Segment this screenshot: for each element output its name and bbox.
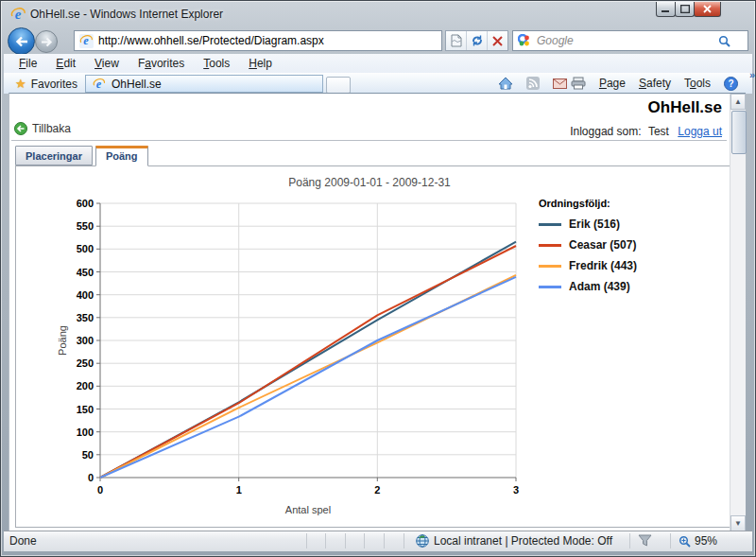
svg-text:150: 150 (77, 404, 94, 415)
home-button[interactable] (498, 77, 523, 90)
legend-entry: Erik (516) (539, 218, 637, 231)
tools-menu-button[interactable]: Tools (684, 77, 720, 90)
tab-title: OhHell.se (112, 78, 162, 91)
page-viewport: OhHell.se Tillbaka Inloggad som: Test Lo… (9, 93, 746, 531)
url-text[interactable]: http://www.ohhell.se/Protected/Diagram.a… (98, 34, 431, 47)
legend-entry: Ceasar (507) (539, 238, 637, 252)
svg-text:300: 300 (77, 335, 94, 346)
address-bar[interactable]: e http://www.ohhell.se/Protected/Diagram… (74, 30, 442, 51)
search-box[interactable]: Google (512, 30, 748, 51)
svg-text:200: 200 (77, 380, 94, 392)
legend-swatch (539, 265, 561, 268)
logout-link[interactable]: Logga ut (678, 125, 722, 138)
stop-button[interactable] (488, 31, 507, 50)
svg-text:0: 0 (97, 484, 103, 496)
status-text: Done (9, 534, 37, 548)
read-mail-button[interactable] (553, 78, 567, 89)
zoom-control[interactable]: 95% (679, 534, 747, 548)
legend-label: Fredrik (443) (569, 259, 637, 272)
refresh-button[interactable] (467, 31, 488, 50)
site-title: OhHell.se (648, 98, 722, 117)
svg-text:400: 400 (77, 289, 94, 301)
minimize-button[interactable] (656, 2, 676, 17)
svg-text:?: ? (728, 78, 733, 89)
menu-item-favorites[interactable]: Favorites (129, 55, 194, 72)
back-button[interactable] (8, 27, 35, 55)
svg-text:Poäng: Poäng (57, 325, 68, 356)
legend-title: Ordningsföljd: (539, 198, 637, 209)
legend-swatch (539, 286, 561, 288)
menu-item-help[interactable]: Help (239, 55, 282, 72)
globe-icon (416, 534, 429, 548)
tab-favicon-ie: e (93, 78, 106, 91)
help-button[interactable]: ? (724, 77, 747, 91)
menu-item-view[interactable]: View (85, 55, 129, 72)
svg-text:2: 2 (374, 484, 380, 496)
favorites-label: Favorites (31, 78, 77, 91)
legend-label: Adam (439) (569, 280, 630, 293)
security-zone: Local intranet | Protected Mode: Off (416, 534, 612, 548)
print-button[interactable] (571, 77, 595, 90)
page-menu-button[interactable]: Page (599, 77, 635, 90)
svg-text:100: 100 (77, 426, 94, 438)
chart-panel: Poäng 2009-01-01 - 2009-12-31 0501001502… (15, 165, 730, 528)
svg-text:250: 250 (77, 357, 94, 369)
inprivate-filter-icon (638, 534, 652, 547)
menu-item-tools[interactable]: Tools (194, 55, 239, 72)
logged-in-label: Inloggad som: (570, 125, 641, 138)
svg-text:500: 500 (77, 243, 94, 254)
svg-text:3: 3 (513, 484, 519, 496)
zone-text: Local intranet | Protected Mode: Off (434, 534, 612, 548)
logged-in-status: Inloggad som: Test Logga ut (570, 125, 722, 138)
svg-text:50: 50 (82, 449, 94, 461)
status-bar: Done Local intranet | Protected Mode: Of… (4, 531, 752, 551)
zoom-level: 95% (695, 534, 717, 548)
command-bar: Page Safety Tools ? (494, 74, 747, 93)
search-magnifier-icon[interactable] (718, 35, 730, 47)
search-input[interactable]: Google (537, 34, 718, 47)
page-favicon-ie: e (79, 34, 94, 48)
new-tab-button[interactable] (326, 77, 351, 94)
page-tabstrip: Placeringar Poäng (15, 146, 151, 165)
chart-legend: Ordningsföljd: Erik (516)Ceasar (507)Fre… (539, 198, 637, 301)
legend-label: Ceasar (507) (569, 238, 636, 252)
command-overflow-chevron[interactable]: » (749, 69, 755, 80)
browser-tab-ohhell[interactable]: e OhHell.se (85, 75, 323, 93)
vertical-scrollbar[interactable]: ▲ ▼ (730, 94, 746, 531)
favorites-star-icon: ★ (15, 77, 26, 91)
feeds-button[interactable] (526, 77, 549, 90)
svg-text:1: 1 (236, 484, 242, 496)
browser-window: e OhHell.se - Windows Internet Explorer … (0, 0, 756, 557)
back-link[interactable]: Tillbaka (14, 122, 71, 135)
zoom-magnifier-icon (679, 535, 691, 548)
safety-menu-button[interactable]: Safety (639, 77, 680, 90)
favorites-button[interactable]: ★ Favorites (9, 75, 83, 93)
inprivate-filter-button[interactable] (638, 534, 663, 547)
svg-text:550: 550 (77, 220, 94, 232)
back-link-label[interactable]: Tillbaka (32, 122, 71, 135)
scrollbar-thumb[interactable] (731, 111, 747, 154)
back-circle-icon (14, 122, 27, 135)
menu-item-file[interactable]: File (9, 55, 46, 72)
title-bar[interactable]: e OhHell.se - Windows Internet Explorer (1, 1, 755, 27)
scroll-up-button[interactable]: ▲ (730, 94, 746, 110)
menu-item-edit[interactable]: Edit (46, 55, 85, 72)
menu-bar: FileEditViewFavoritesToolsHelp (4, 54, 752, 73)
header-divider (11, 140, 727, 141)
tab-poang[interactable]: Poäng (95, 146, 148, 166)
maximize-button[interactable] (675, 2, 695, 17)
scroll-down-button[interactable]: ▼ (730, 515, 746, 531)
legend-entry: Fredrik (443) (539, 259, 637, 272)
compatibility-view-button[interactable] (446, 31, 467, 50)
svg-text:600: 600 (77, 198, 94, 209)
svg-text:Antal spel: Antal spel (285, 504, 331, 515)
window-title: OhHell.se - Windows Internet Explorer (30, 8, 223, 21)
logged-in-user: Test (648, 125, 669, 138)
svg-text:0: 0 (88, 472, 94, 483)
close-button[interactable] (694, 2, 721, 17)
google-logo-icon (518, 34, 531, 47)
tab-placeringar[interactable]: Placeringar (15, 146, 93, 165)
legend-entry: Adam (439) (539, 280, 637, 293)
forward-button[interactable] (35, 30, 58, 53)
legend-swatch (539, 223, 561, 226)
